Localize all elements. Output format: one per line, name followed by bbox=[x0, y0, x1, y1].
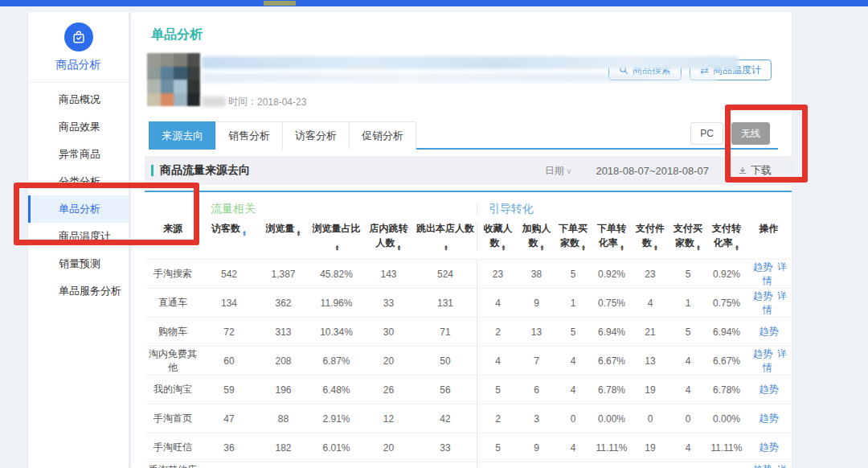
cell-cart_adds: 9 bbox=[518, 298, 555, 309]
cell-views: 208 bbox=[257, 355, 309, 367]
action-link-趋势[interactable]: 趋势 bbox=[760, 441, 779, 453]
action-link-趋势[interactable]: 趋势 bbox=[760, 413, 779, 424]
date-value: 2018-04-23 bbox=[257, 96, 306, 108]
column-header-in_shop_jump[interactable]: 店内跳转人数▲▼ bbox=[363, 221, 414, 251]
column-header-paid_items[interactable]: 支付件数▲▼ bbox=[632, 221, 669, 251]
column-header-order_buyers[interactable]: 下单买家数▲▼ bbox=[555, 221, 592, 251]
product-meta: 时间： 2018-04-23 bbox=[202, 53, 739, 109]
cell-cart_adds: 7 bbox=[518, 355, 555, 367]
cell-favorites: 5 bbox=[477, 433, 518, 462]
cell-order_buyers: 4 bbox=[555, 442, 592, 454]
download-link[interactable]: 下载 bbox=[738, 163, 772, 178]
cell-paid_items: 23 bbox=[632, 269, 669, 280]
sidebar-item-6[interactable]: 销量预测 bbox=[28, 250, 129, 277]
sidebar: 商品分析 商品概况商品效果异常商品分类分析单品分析商品温度计销量预测单品服务分析 bbox=[28, 12, 129, 468]
cell-bounce: 56 bbox=[414, 384, 477, 396]
cell-paid_items: 19 bbox=[632, 384, 669, 396]
sort-arrows-icon[interactable]: ▲▼ bbox=[397, 244, 402, 251]
sort-arrows-icon[interactable]: ▲▼ bbox=[735, 244, 739, 251]
column-header-views[interactable]: 浏览量▲▼ bbox=[257, 221, 309, 251]
cell-order_buyers: 1 bbox=[555, 298, 592, 309]
column-header-cart_adds[interactable]: 加购人数▲▼ bbox=[518, 221, 555, 251]
cell-visitors: 542 bbox=[201, 269, 257, 280]
cell-paid_items: 0 bbox=[632, 413, 669, 425]
sort-arrows-icon[interactable]: ▲▼ bbox=[242, 230, 247, 236]
column-header-favorites[interactable]: 收藏人数▲▼ bbox=[477, 221, 518, 251]
cell-views: 362 bbox=[257, 298, 309, 309]
product-summary: 时间： 2018-04-23 bbox=[147, 53, 792, 109]
section-header: 商品流量来源去向 日期∨ 2018-08-07~2018-08-07 下载 bbox=[145, 156, 792, 185]
sidebar-item-4[interactable]: 单品分析 bbox=[28, 195, 129, 223]
table-row: 手淘旺信361826.01%203359411.11%19411.11%趋势 bbox=[145, 433, 792, 462]
cell-order_rate: 11.11% bbox=[592, 442, 632, 454]
cell-bounce: 131 bbox=[414, 298, 477, 309]
cell-paid_rate: 0.75% bbox=[707, 298, 746, 309]
sidebar-item-3[interactable]: 分类分析 bbox=[28, 168, 129, 195]
cell-views: 196 bbox=[257, 384, 309, 396]
action-link-趋势[interactable]: 趋势 bbox=[760, 326, 779, 337]
sidebar-item-5[interactable]: 商品温度计 bbox=[28, 223, 129, 250]
sort-arrows-icon[interactable]: ▲▼ bbox=[297, 230, 301, 236]
wireless-toggle-button[interactable]: 无线 bbox=[731, 122, 770, 145]
sort-arrows-icon[interactable]: ▲▼ bbox=[653, 244, 658, 251]
sort-arrows-icon[interactable]: ▲▼ bbox=[696, 244, 701, 251]
cell-paid_buyers: 0 bbox=[669, 413, 707, 425]
column-header-order_rate[interactable]: 下单转化率▲▼ bbox=[592, 221, 632, 251]
cell-in_shop_jump: 12 bbox=[363, 413, 414, 425]
cell-cart_adds: 38 bbox=[518, 269, 555, 280]
sidebar-item-2[interactable]: 异常商品 bbox=[28, 141, 129, 168]
cell-cart_adds: 6 bbox=[518, 384, 555, 396]
sort-arrows-icon[interactable]: ▲▼ bbox=[335, 244, 340, 251]
table-row: 购物车7231310.34%307121356.94%2156.94%趋势 bbox=[145, 317, 792, 346]
sidebar-item-0[interactable]: 商品概况 bbox=[28, 86, 129, 113]
sort-arrows-icon[interactable]: ▲▼ bbox=[540, 244, 545, 251]
cell-view_ratio: 2.91% bbox=[309, 413, 363, 425]
sort-arrows-icon[interactable]: ▲▼ bbox=[502, 244, 506, 251]
cell-actions: 趋势详情 bbox=[746, 463, 792, 468]
cell-order_buyers: 4 bbox=[555, 355, 592, 367]
cell-views: 1,387 bbox=[257, 269, 309, 280]
cell-order_buyers: 5 bbox=[555, 269, 592, 280]
cell-in_shop_jump: 20 bbox=[363, 442, 414, 454]
action-link-趋势[interactable]: 趋势 bbox=[753, 290, 772, 302]
cell-view_ratio: 6.01% bbox=[309, 442, 363, 454]
sort-arrows-icon[interactable]: ▲▼ bbox=[620, 244, 624, 251]
cell-visitors: 47 bbox=[201, 413, 257, 425]
cell-paid_items: 21 bbox=[632, 326, 669, 338]
cell-cart_adds: 3 bbox=[518, 413, 555, 425]
tab-0[interactable]: 来源去向 bbox=[149, 121, 215, 150]
action-link-趋势[interactable]: 趋势 bbox=[753, 464, 772, 468]
pc-toggle-button[interactable]: PC bbox=[690, 122, 723, 145]
cell-views: 88 bbox=[257, 413, 309, 425]
column-header-view_ratio[interactable]: 浏览量占比▲▼ bbox=[309, 221, 363, 251]
cell-paid_items: 13 bbox=[632, 355, 669, 367]
cell-source: 手淘旺信 bbox=[145, 441, 201, 454]
cell-order_rate: 0.92% bbox=[592, 269, 632, 280]
chevron-down-icon: ∨ bbox=[567, 167, 572, 175]
column-header-paid_buyers[interactable]: 支付买家数▲▼ bbox=[669, 221, 707, 251]
cell-order_buyers: 4 bbox=[555, 384, 592, 396]
date-filter-dropdown[interactable]: 日期∨ bbox=[545, 164, 572, 178]
cell-paid_buyers: 4 bbox=[669, 442, 707, 454]
sidebar-item-1[interactable]: 商品效果 bbox=[28, 113, 129, 141]
date-range-value: 2018-08-07~2018-08-07 bbox=[596, 165, 709, 177]
column-header-paid_rate[interactable]: 支付转化率▲▼ bbox=[707, 221, 746, 251]
cell-in_shop_jump: 33 bbox=[363, 298, 414, 309]
sidebar-item-7[interactable]: 单品服务分析 bbox=[28, 277, 129, 305]
action-link-趋势[interactable]: 趋势 bbox=[753, 348, 772, 359]
cell-source: 购物车 bbox=[145, 325, 201, 339]
product-thumbnail bbox=[147, 53, 200, 106]
action-link-趋势[interactable]: 趋势 bbox=[753, 261, 772, 273]
cell-favorites: 23 bbox=[477, 260, 518, 288]
sort-arrows-icon[interactable]: ▲▼ bbox=[444, 244, 448, 251]
cell-view_ratio: 6.48% bbox=[309, 384, 363, 396]
cell-view_ratio: 45.82% bbox=[309, 269, 363, 280]
sort-arrows-icon[interactable]: ▲▼ bbox=[581, 244, 586, 251]
tab-2[interactable]: 访客分析 bbox=[282, 121, 349, 150]
column-header-bounce[interactable]: 跳出本店人数▲▼ bbox=[414, 221, 477, 251]
tab-3[interactable]: 促销分析 bbox=[349, 121, 416, 150]
cell-order_rate: 6.78% bbox=[592, 384, 632, 396]
action-link-趋势[interactable]: 趋势 bbox=[760, 384, 779, 395]
tab-1[interactable]: 销售分析 bbox=[215, 121, 282, 150]
column-header-visitors[interactable]: 访客数▲▼ bbox=[201, 221, 257, 251]
